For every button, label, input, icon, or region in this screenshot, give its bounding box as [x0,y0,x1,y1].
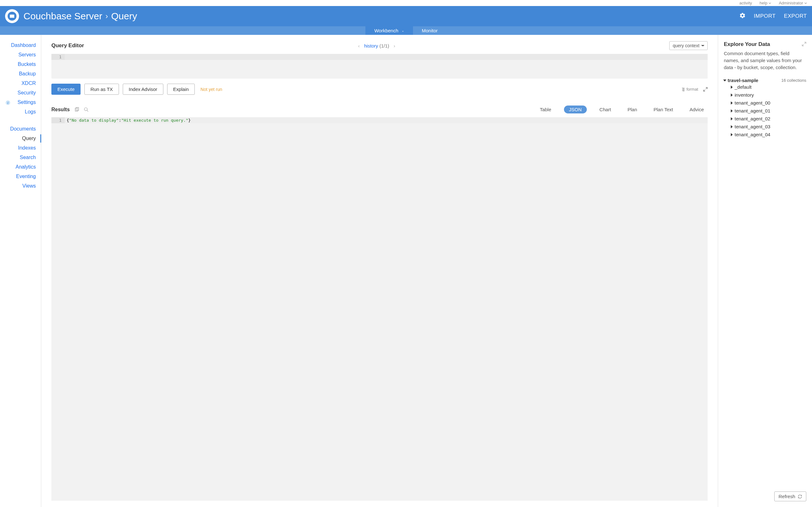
utility-bar: activity help Administrator [0,0,812,6]
caret-right-icon [731,109,733,112]
chevron-right-icon: › [105,12,108,20]
scope-row[interactable]: tenant_agent_04 [724,130,806,138]
logo[interactable] [5,9,19,23]
results-title: Results [51,107,70,112]
results-tab-advice[interactable]: Advice [686,106,708,113]
expand-icon[interactable] [802,42,806,47]
brand-name: Couchbase Server [23,11,102,21]
workbench: Query Editor ‹ history (1/1) › query con… [41,35,718,507]
results-header: Results TableJSONChartPlanPlan TextAdvic… [51,106,708,113]
main-area: DashboardServersBucketsBackupXDCRSecurit… [0,35,812,507]
results-tab-plan-text[interactable]: Plan Text [650,106,677,113]
scope-name: tenant_agent_01 [734,108,770,113]
scope-row[interactable]: tenant_agent_02 [724,115,806,123]
search-icon[interactable] [84,107,89,112]
caret-down-icon [723,79,726,81]
query-editor[interactable]: 1 [51,54,708,78]
svg-point-2 [84,108,87,111]
history-prev[interactable]: ‹ [358,43,360,49]
run-tx-button[interactable]: Run as TX [84,83,119,95]
sidebar-item-servers[interactable]: Servers [0,50,41,60]
user-menu[interactable]: Administrator [779,1,807,5]
editor-title: Query Editor [51,43,84,49]
help-menu[interactable]: help [760,1,771,5]
scope-name: tenant_agent_03 [734,124,770,129]
index-advisor-button[interactable]: Index Advisor [123,83,163,95]
scope-row[interactable]: _default [724,83,806,91]
history-link[interactable]: history [364,43,378,49]
breadcrumb: Couchbase Server › Query [23,11,137,21]
refresh-label: Refresh [778,494,795,499]
info-icon: i [6,101,10,105]
sidebar-item-views[interactable]: Views [0,181,41,191]
chevron-down-icon [804,2,807,4]
scope-row[interactable]: tenant_agent_03 [724,123,806,130]
couchbase-icon [10,14,14,18]
scope-name: tenant_agent_00 [734,100,770,106]
sidebar: DashboardServersBucketsBackupXDCRSecurit… [0,35,41,507]
export-button[interactable]: EXPORT [784,13,807,19]
sidebar-item-buckets[interactable]: Buckets [0,60,41,69]
sidebar-item-settings[interactable]: Settingsi [0,98,41,107]
align-icon [681,88,685,91]
format-label: format [687,87,698,92]
history-next[interactable]: › [394,43,395,49]
sidebar-item-dashboard[interactable]: Dashboard [0,41,41,50]
caret-right-icon [731,117,733,120]
sidebar-item-xdcr[interactable]: XDCR [0,78,41,88]
sidebar-item-backup[interactable]: Backup [0,69,41,78]
sidebar-item-indexes[interactable]: Indexes [0,143,41,153]
sidebar-item-search[interactable]: Search [0,153,41,162]
expand-icon[interactable] [703,87,708,92]
results-tab-json[interactable]: JSON [564,106,587,113]
caret-right-icon [731,133,733,136]
scope-name: inventory [734,92,754,98]
refresh-button[interactable]: Refresh [774,492,806,501]
query-context-select[interactable]: query context [669,41,708,50]
caret-right-icon [731,94,733,97]
scope-row[interactable]: inventory [724,91,806,99]
results-tab-table[interactable]: Table [536,106,555,113]
collections-count: 16 collections [781,78,806,83]
results-pane: 1 {"No data to display":"Hit execute to … [51,117,708,501]
editor-header: Query Editor ‹ history (1/1) › query con… [51,41,718,50]
section-name: Query [111,11,137,21]
editor-gutter: 1 [51,54,65,60]
scope-name: _default [734,84,751,90]
caret-right-icon [731,86,733,89]
gear-icon[interactable] [740,12,746,20]
explore-desc: Common document types, field names, and … [724,50,806,71]
sidebar-item-logs[interactable]: Logs [0,107,41,117]
explore-pane: Explore Your Data Common document types,… [718,35,812,507]
bucket-name: travel-sample [728,78,758,83]
history-count: (1/1) [379,43,389,49]
section-tabs: Workbench ⌄ Monitor [0,26,812,35]
format-button[interactable]: format [681,87,698,92]
results-tab-chart[interactable]: Chart [596,106,615,113]
sidebar-item-query[interactable]: Query [0,134,41,143]
sidebar-item-analytics[interactable]: Analytics [0,162,41,172]
chevron-down-icon: ⌄ [402,29,404,32]
tab-workbench-label: Workbench [374,28,398,33]
refresh-icon [798,494,802,499]
tab-monitor[interactable]: Monitor [413,26,447,35]
bucket-row[interactable]: travel-sample [724,78,758,83]
sidebar-item-security[interactable]: Security [0,88,41,98]
scope-name: tenant_agent_04 [734,132,770,137]
copy-icon[interactable] [74,107,79,112]
scope-row[interactable]: tenant_agent_00 [724,99,806,107]
results-tab-plan[interactable]: Plan [624,106,641,113]
app-header: Couchbase Server › Query IMPORT EXPORT [0,6,812,26]
caret-right-icon [731,125,733,128]
sidebar-item-documents[interactable]: Documents [0,124,41,134]
explain-button[interactable]: Explain [167,83,195,95]
scope-row[interactable]: tenant_agent_01 [724,107,806,115]
execute-button[interactable]: Execute [51,83,81,95]
import-button[interactable]: IMPORT [754,13,776,19]
tab-monitor-label: Monitor [422,28,438,33]
editor-line[interactable] [65,54,708,60]
sidebar-item-eventing[interactable]: Eventing [0,172,41,181]
activity-link[interactable]: activity [740,1,752,5]
explore-title: Explore Your Data [724,41,770,48]
tab-workbench[interactable]: Workbench ⌄ [365,26,413,35]
